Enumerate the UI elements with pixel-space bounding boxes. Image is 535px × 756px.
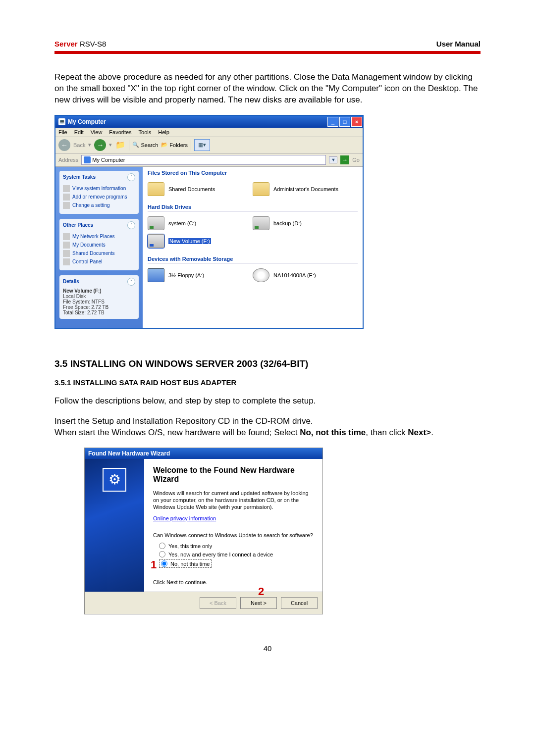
folders-button[interactable]: 📂Folders <box>161 142 188 148</box>
group-header-files: Files Stored on This Computer <box>148 170 358 177</box>
page-header: Server RSV-S8 User Manual <box>54 40 481 48</box>
views-button[interactable]: ▦▾ <box>194 139 210 151</box>
explorer-content: Files Stored on This Computer Shared Doc… <box>143 167 363 328</box>
subsection-heading: 3.5.1 INSTALLING SATA RAID HOST BUS ADAP… <box>54 378 481 387</box>
cdrom-item[interactable]: NA1014008A (E:) <box>253 268 358 282</box>
info-icon <box>63 185 70 192</box>
cancel-button[interactable]: Cancel <box>281 597 318 609</box>
step-text-2: Insert the Setup and Installation Reposi… <box>54 416 481 439</box>
forward-button[interactable]: → <box>94 139 106 151</box>
system-tasks-panel: System Tasksˆ View system information Ad… <box>59 171 139 214</box>
menu-tools[interactable]: Tools <box>139 129 152 135</box>
window-titlebar[interactable]: 💻 My Computer _ □ × <box>55 116 363 128</box>
collapse-icon[interactable]: ˆ <box>127 221 135 229</box>
folder-icon <box>148 182 164 196</box>
floppy-icon <box>148 268 164 282</box>
group-header-removable: Devices with Removable Storage <box>148 256 358 263</box>
admin-documents-item[interactable]: Administrator's Documents <box>253 182 358 196</box>
my-documents-link[interactable]: My Documents <box>63 242 135 249</box>
address-label: Address <box>58 157 78 163</box>
shared-documents-link[interactable]: Shared Documents <box>63 250 135 257</box>
menu-help[interactable]: Help <box>158 129 169 135</box>
hardware-icon: ⚙ <box>103 468 126 492</box>
details-panel: Detailsˆ New Volume (F:) Local Disk File… <box>59 275 139 319</box>
folder-icon <box>253 182 269 196</box>
page-number: 40 <box>54 644 481 653</box>
address-field[interactable]: My Computer <box>81 155 326 165</box>
address-dropdown-button[interactable]: ▼ <box>329 156 337 163</box>
add-remove-programs-link[interactable]: Add or remove programs <box>63 194 135 201</box>
network-places-link[interactable]: My Network Places <box>63 233 135 240</box>
drive-f-item[interactable]: New Volume (F:) <box>148 234 253 248</box>
wizard-sidebar: ⚙ <box>85 459 144 592</box>
other-places-panel: Other Placesˆ My Network Places My Docum… <box>59 219 139 270</box>
back-button[interactable]: ← <box>58 139 70 151</box>
folder-icon <box>63 242 70 249</box>
drive-icon <box>148 234 164 248</box>
intro-paragraph: Repeat the above procedure as needed for… <box>54 72 481 106</box>
network-icon <box>63 233 70 240</box>
annotation-step-1: 1 <box>151 558 157 571</box>
toolbar: ← Back ▾ → ▾ 📁 🔍Search 📂Folders ▦▾ <box>55 137 363 153</box>
address-bar: Address My Computer ▼ → Go <box>55 153 363 167</box>
settings-icon <box>63 202 70 209</box>
back-button: < Back <box>200 597 236 609</box>
maximize-button[interactable]: □ <box>339 117 350 127</box>
collapse-icon[interactable]: ˆ <box>127 173 135 181</box>
wizard-question: Can Windows connect to Windows Update to… <box>153 532 314 539</box>
next-button[interactable]: Next > <box>240 597 277 609</box>
change-setting-link[interactable]: Change a setting <box>63 202 135 209</box>
wizard-heading: Welcome to the Found New Hardware Wizard <box>153 466 314 484</box>
header-rule <box>54 51 481 54</box>
radio-no[interactable]: No, not this time <box>159 559 212 568</box>
folder-icon <box>63 250 70 257</box>
drive-c-item[interactable]: system (C:) <box>148 216 253 230</box>
wizard-continue-text: Click Next to continue. <box>153 579 314 586</box>
up-button[interactable]: 📁 <box>115 140 126 151</box>
programs-icon <box>63 194 70 201</box>
drive-icon <box>148 216 164 230</box>
wizard-body-text: Windows will search for current and upda… <box>153 490 314 511</box>
close-button[interactable]: × <box>351 117 362 127</box>
menu-favorites[interactable]: Favorites <box>109 129 131 135</box>
group-header-drives: Hard Disk Drives <box>148 204 358 211</box>
view-system-info-link[interactable]: View system information <box>63 185 135 192</box>
hardware-wizard-window: Found New Hardware Wizard ⚙ Welcome to t… <box>84 448 323 615</box>
search-icon: 🔍 <box>132 142 139 148</box>
control-panel-link[interactable]: Control Panel <box>63 258 135 265</box>
section-heading: 3.5 INSTALLING ON WINDOWS SERVER 2003 (3… <box>54 358 481 369</box>
control-panel-icon <box>63 258 70 265</box>
menu-bar: File Edit View Favorites Tools Help <box>55 128 363 137</box>
window-title: My Computer <box>68 118 106 125</box>
floppy-item[interactable]: 3½ Floppy (A:) <box>148 268 253 282</box>
search-button[interactable]: 🔍Search <box>132 142 158 148</box>
wizard-button-row: < Back 2 Next > Cancel <box>85 592 322 614</box>
menu-edit[interactable]: Edit <box>74 129 84 135</box>
collapse-icon[interactable]: ˆ <box>127 278 135 286</box>
radio-yes-once[interactable]: Yes, this time only <box>159 543 314 549</box>
wizard-titlebar[interactable]: Found New Hardware Wizard <box>85 448 322 459</box>
menu-file[interactable]: File <box>58 129 67 135</box>
my-computer-icon: 💻 <box>58 118 65 125</box>
cd-icon <box>253 268 269 282</box>
menu-view[interactable]: View <box>91 129 103 135</box>
go-button[interactable]: → <box>340 155 349 164</box>
radio-yes-always[interactable]: Yes, now and every time I connect a devi… <box>159 551 314 557</box>
explorer-sidebar: System Tasksˆ View system information Ad… <box>55 167 143 328</box>
drive-icon <box>253 216 269 230</box>
privacy-link[interactable]: Online privacy information <box>153 515 216 521</box>
annotation-step-2: 2 <box>258 585 264 598</box>
my-computer-icon <box>84 156 91 163</box>
minimize-button[interactable]: _ <box>327 117 338 127</box>
drive-d-item[interactable]: backup (D:) <box>253 216 358 230</box>
step-text-1: Follow the descriptions below, and step … <box>54 396 481 407</box>
back-label: Back <box>73 142 85 148</box>
folders-icon: 📂 <box>161 142 168 148</box>
shared-documents-item[interactable]: Shared Documents <box>148 182 253 196</box>
my-computer-window: 💻 My Computer _ □ × File Edit View Favor… <box>54 115 364 329</box>
